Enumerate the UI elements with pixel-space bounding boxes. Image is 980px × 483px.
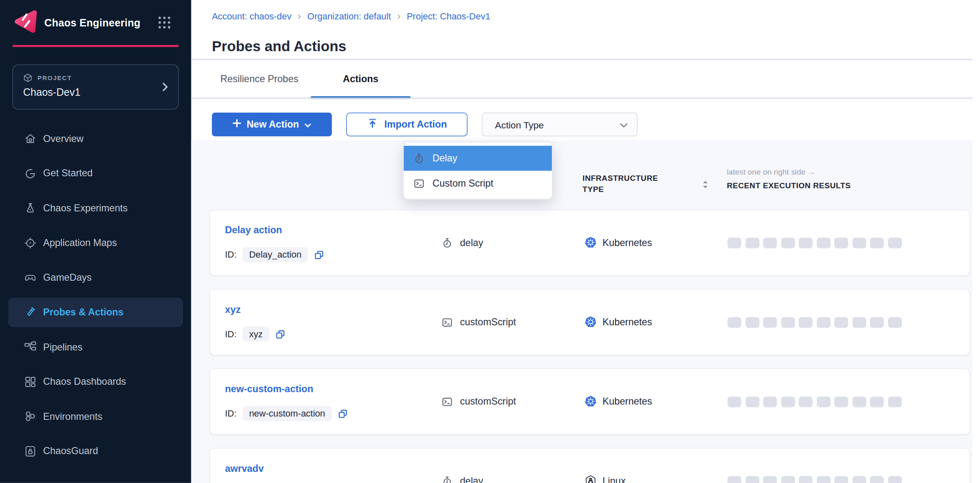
column-header-infrastructure-type[interactable]: INFRASTRUCTURE TYPE [582, 173, 676, 195]
action-id-value: Delay_action [242, 247, 308, 262]
execution-result-placeholder [728, 396, 741, 407]
table-header: TYPE INFRASTRUCTURE TYPE latest one on r… [191, 140, 973, 202]
sidebar-item-probes-actions[interactable]: Probes & Actions [0, 295, 191, 329]
execution-result-placeholder [888, 317, 901, 327]
sidebar-item-label: GameDays [43, 272, 92, 283]
action-name-link[interactable]: awrvadv [225, 463, 264, 474]
recent-execution-results-cell [728, 290, 902, 355]
action-type-filter[interactable]: Action Type [482, 113, 637, 137]
tab-bar: Resilience Probes Actions [212, 60, 411, 97]
sidebar-item-label: Chaos Experiments [43, 203, 128, 214]
app-root: Chaos Engineering PROJECT Chaos-Dev1 [0, 0, 980, 483]
copy-icon[interactable] [314, 249, 325, 260]
action-type-value: customScript [460, 317, 516, 328]
execution-result-placeholder [888, 237, 901, 248]
execution-result-placeholder [870, 317, 883, 327]
action-name-link[interactable]: xyz [225, 304, 241, 315]
sidebar-item-environments[interactable]: Environments [0, 399, 191, 434]
action-type-cell: delay [441, 210, 483, 275]
sidebar-item-chaos-dashboards[interactable]: Chaos Dashboards [0, 365, 191, 399]
brand-divider [12, 45, 179, 47]
target-icon [24, 236, 37, 249]
infrastructure-type-cell: Linux [584, 448, 626, 483]
sidebar-item-gamedays[interactable]: GameDays [0, 260, 191, 295]
sort-icon[interactable] [702, 180, 708, 189]
action-name-link[interactable]: new-custom-action [225, 384, 313, 395]
execution-result-placeholder [781, 237, 794, 248]
menu-item-custom-script[interactable]: Custom Script [404, 171, 552, 196]
actions-table: TYPE INFRASTRUCTURE TYPE latest one on r… [191, 140, 973, 483]
sidebar-item-pipelines[interactable]: Pipelines [0, 330, 191, 365]
sidebar-item-get-started[interactable]: Get Started [0, 156, 191, 191]
recent-execution-results-cell [728, 369, 902, 434]
execution-result-placeholder [763, 476, 777, 483]
sidebar-item-label: Probes & Actions [43, 307, 124, 318]
menu-item-label: Custom Script [433, 178, 494, 189]
dashboards-icon [24, 375, 37, 388]
infrastructure-type-value: Kubernetes [603, 237, 652, 248]
action-type-value: customScript [460, 396, 516, 407]
linux-icon [584, 475, 597, 483]
new-action-button[interactable]: New Action [212, 113, 332, 137]
breadcrumb-link-2[interactable]: Organization: default [307, 11, 391, 21]
sidebar-nav: OverviewGet StartedChaos ExperimentsAppl… [0, 121, 191, 469]
terminal-icon [441, 316, 453, 328]
action-type-cell: customScript [441, 290, 516, 355]
breadcrumb-link-3[interactable]: Project: Chaos-Dev1 [407, 11, 490, 21]
action-id-value: new-custom-action [242, 406, 332, 421]
action-type-value: delay [460, 476, 483, 483]
menu-item-delay[interactable]: Delay [404, 146, 552, 171]
get-started-icon [24, 167, 37, 180]
sidebar-item-label: Get Started [43, 168, 93, 179]
upload-icon [367, 118, 378, 131]
sidebar-item-label: Chaos Dashboards [43, 376, 126, 387]
id-prefix-label: ID: [225, 329, 237, 339]
recent-execution-results-cell [728, 448, 902, 483]
sidebar-item-overview[interactable]: Overview [0, 121, 191, 156]
execution-result-placeholder [870, 476, 883, 483]
breadcrumb-link-1[interactable]: Account: chaos-dev [212, 11, 292, 21]
infrastructure-type-value: Kubernetes [603, 317, 652, 328]
action-row-xyz: xyzID:xyzcustomScriptKubernetes [210, 289, 970, 355]
execution-result-placeholder [888, 396, 901, 407]
project-selector[interactable]: PROJECT Chaos-Dev1 [12, 64, 179, 109]
app-title: Chaos Engineering [45, 0, 141, 45]
execution-result-placeholder [728, 317, 741, 327]
recent-execution-results-cell [728, 210, 902, 275]
execution-result-placeholder [745, 237, 759, 248]
infrastructure-type-value: Kubernetes [603, 396, 652, 407]
execution-result-placeholder [834, 237, 848, 248]
pipelines-icon [24, 341, 37, 354]
chevron-down-icon [620, 119, 628, 130]
action-type-cell: delay [441, 448, 483, 483]
project-label: PROJECT [38, 74, 72, 81]
import-action-button[interactable]: Import Action [346, 113, 467, 137]
stopwatch-icon [441, 475, 453, 483]
execution-result-placeholder [799, 237, 813, 248]
sidebar-item-label: Overview [43, 133, 84, 144]
execution-result-placeholder [799, 476, 813, 483]
copy-icon[interactable] [275, 329, 286, 339]
breadcrumb-separator-icon: › [397, 11, 400, 21]
terminal-icon [441, 395, 453, 407]
execution-result-placeholder [799, 396, 813, 407]
sidebar-item-chaos-experiments[interactable]: Chaos Experiments [0, 191, 191, 225]
execution-result-placeholder [817, 237, 830, 248]
tabs-divider [191, 97, 973, 99]
execution-result-placeholder [852, 476, 866, 483]
sidebar-item-chaosguard[interactable]: ChaosGuard [0, 434, 191, 469]
copy-icon[interactable] [338, 408, 349, 419]
apps-grid-icon[interactable] [158, 16, 171, 29]
gamepad-icon [24, 271, 37, 284]
action-id-line: ID:Delay_action [225, 247, 325, 262]
execution-result-placeholder [852, 396, 866, 407]
sidebar-item-label: Pipelines [43, 341, 82, 353]
harness-chaos-logo [14, 9, 39, 35]
action-name-link[interactable]: Delay action [225, 225, 282, 236]
flask-icon [24, 201, 37, 215]
terminal-icon [413, 178, 425, 189]
action-type-cell: customScript [441, 369, 516, 434]
sidebar-item-application-maps[interactable]: Application Maps [0, 225, 191, 260]
tab-actions[interactable]: Actions [311, 60, 410, 97]
tab-resilience-probes[interactable]: Resilience Probes [212, 60, 307, 97]
